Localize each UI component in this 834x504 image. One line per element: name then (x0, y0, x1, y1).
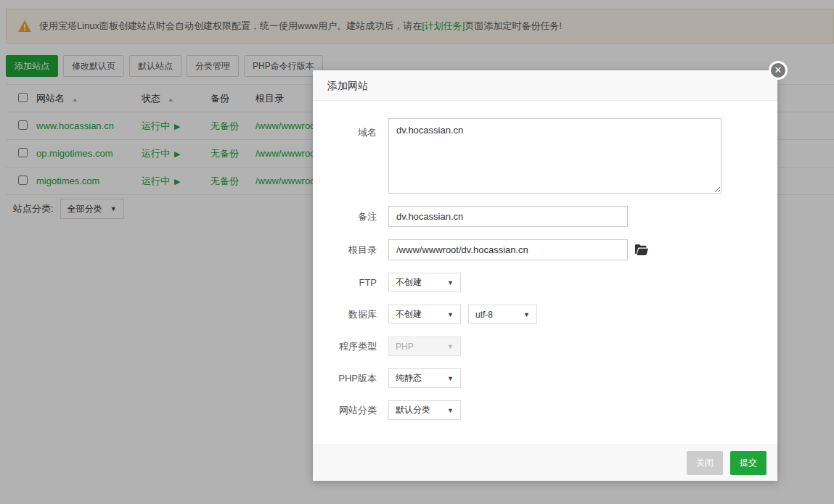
submit-button[interactable]: 提交 (730, 451, 766, 475)
charset-select[interactable]: utf-8 ▼ (468, 305, 537, 324)
close-icon[interactable]: ✕ (769, 61, 788, 80)
site-category-select[interactable]: 默认分类 ▼ (388, 400, 461, 420)
chevron-down-icon: ▼ (447, 279, 454, 286)
folder-open-icon[interactable] (635, 244, 648, 255)
program-type-field-row: 程序类型 PHP ▼ (313, 336, 777, 356)
charset-select-value: utf-8 (475, 310, 493, 320)
domain-label: 域名 (313, 118, 388, 139)
ftp-label: FTP (313, 277, 388, 288)
site-category-field-row: 网站分类 默认分类 ▼ (313, 400, 777, 420)
ftp-select[interactable]: 不创建 ▼ (388, 273, 461, 292)
ftp-select-value: 不创建 (396, 276, 422, 289)
root-dir-input[interactable] (388, 239, 628, 260)
php-version-select[interactable]: 纯静态 ▼ (388, 368, 461, 388)
site-category-label: 网站分类 (313, 404, 388, 417)
php-version-label: PHP版本 (313, 372, 388, 385)
php-version-field-row: PHP版本 纯静态 ▼ (313, 368, 777, 388)
program-type-select: PHP ▼ (388, 336, 461, 356)
database-select[interactable]: 不创建 ▼ (388, 305, 461, 324)
program-type-select-value: PHP (396, 342, 414, 352)
chevron-down-icon: ▼ (523, 311, 530, 318)
note-label: 备注 (313, 210, 388, 223)
modal-footer: 关闭 提交 (313, 445, 777, 481)
root-dir-label: 根目录 (313, 244, 388, 257)
add-site-modal: ✕ 添加网站 域名 dv.hocassian.cn 备注 根目录 (313, 70, 777, 481)
domain-field-row: 域名 dv.hocassian.cn (313, 118, 777, 194)
domain-textarea[interactable]: dv.hocassian.cn (388, 118, 721, 194)
database-label: 数据库 (313, 308, 388, 321)
note-input[interactable] (388, 206, 628, 227)
site-category-select-value: 默认分类 (396, 404, 430, 416)
modal-title: 添加网站 (313, 70, 777, 101)
modal-body: 域名 dv.hocassian.cn 备注 根目录 FTP (313, 101, 777, 420)
ftp-field-row: FTP 不创建 ▼ (313, 273, 777, 292)
screen: 使用宝塔Linux面板创建站点时会自动创建权限配置，统一使用www用户。建站成功… (0, 0, 834, 504)
chevron-down-icon: ▼ (447, 311, 454, 318)
chevron-down-icon: ▼ (447, 375, 454, 382)
program-type-label: 程序类型 (313, 340, 388, 353)
database-select-value: 不创建 (396, 308, 422, 321)
chevron-down-icon: ▼ (447, 407, 454, 414)
close-button[interactable]: 关闭 (687, 451, 723, 475)
database-field-row: 数据库 不创建 ▼ utf-8 ▼ (313, 305, 777, 324)
note-field-row: 备注 (313, 206, 777, 227)
root-dir-field-row: 根目录 (313, 239, 777, 260)
php-version-select-value: 纯静态 (396, 372, 422, 384)
chevron-down-icon: ▼ (447, 343, 454, 350)
